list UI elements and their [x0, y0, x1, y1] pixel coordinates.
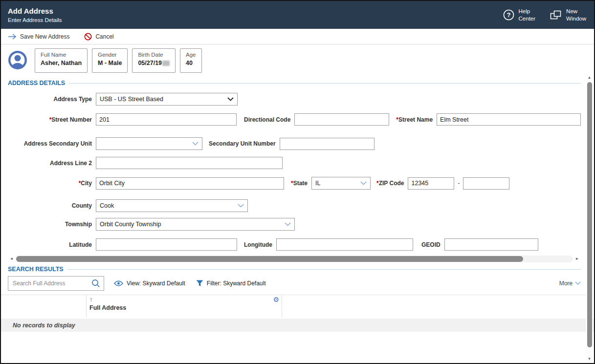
sort-ascending-icon: ↑ [89, 296, 279, 303]
address-details-section: ADDRESS DETAILS Address Type USB - US St… [1, 80, 594, 332]
svg-text:?: ? [507, 11, 510, 19]
longitude-input[interactable] [276, 238, 413, 251]
filter-label: Filter: Skyward Default [207, 280, 266, 287]
save-label: Save New Address [20, 33, 69, 40]
chevron-down-icon [285, 222, 291, 226]
chevron-down-icon [192, 142, 198, 146]
address-secondary-unit-label: Address Secondary Unit [8, 140, 92, 147]
address-type-select[interactable]: USB - US Street Based [96, 93, 238, 106]
action-toolbar: Save New Address Cancel [1, 29, 594, 44]
chevron-down-icon [575, 281, 581, 285]
empty-results-message: No records to display [1, 319, 594, 332]
geoid-label: GEOID [421, 241, 441, 248]
redacted-digits [162, 61, 170, 66]
latitude-input[interactable] [96, 238, 237, 251]
help-center-button[interactable]: ? Help Center [503, 8, 536, 22]
geoid-input[interactable] [444, 238, 538, 251]
search-results-toolbar: View: Skyward Default Filter: Skyward De… [1, 273, 594, 295]
address-details-header: ADDRESS DETAILS [8, 80, 581, 86]
view-selector[interactable]: View: Skyward Default [114, 280, 185, 287]
filter-funnel-icon [196, 280, 203, 287]
county-label: County [8, 202, 92, 209]
zip-plus4-input[interactable] [463, 177, 509, 190]
longitude-label: Longitude [244, 241, 272, 248]
person-field-birth-date: Birth Date 05/27/19 [132, 48, 176, 73]
cancel-icon [84, 33, 92, 41]
titlebar-actions: ? Help Center New Window [503, 8, 586, 22]
city-label: *City [8, 180, 92, 187]
page-title: Add Address [8, 7, 62, 15]
chevron-down-icon [238, 204, 244, 208]
page-subtitle: Enter Address Details [8, 17, 62, 23]
latitude-label: Latitude [8, 241, 92, 248]
horizontal-scroll-track[interactable] [16, 256, 573, 262]
new-window-icon [550, 10, 562, 20]
horizontal-scrollbar[interactable]: ◄ ► [8, 255, 581, 263]
township-label: Township [8, 221, 92, 228]
new-window-label: New Window [566, 8, 586, 22]
horizontal-scroll-thumb[interactable] [16, 256, 523, 262]
chevron-down-icon [227, 97, 234, 101]
gear-icon[interactable]: ⚙ [273, 296, 279, 303]
save-arrow-icon [8, 34, 17, 40]
help-icon: ? [503, 9, 514, 21]
state-label: *State [291, 180, 308, 187]
scroll-left-icon[interactable]: ◄ [8, 255, 15, 263]
cancel-button[interactable]: Cancel [84, 33, 113, 41]
title-group: Add Address Enter Address Details [8, 7, 62, 23]
address-type-label: Address Type [8, 96, 92, 103]
view-label: View: Skyward Default [127, 280, 185, 287]
zip-code-label: *ZIP Code [376, 180, 404, 187]
street-name-label: *Street Name [396, 116, 433, 123]
chevron-down-icon [360, 181, 367, 185]
person-field-full-name: Full Name Asher, Nathan [35, 48, 88, 73]
vertical-scroll-thumb[interactable] [587, 82, 592, 347]
scroll-up-icon[interactable]: ▲ [586, 75, 593, 80]
more-button[interactable]: More [559, 280, 581, 287]
address-line-2-input[interactable] [96, 157, 283, 169]
state-select[interactable]: IL [311, 177, 371, 190]
filter-selector[interactable]: Filter: Skyward Default [196, 280, 266, 287]
section-divider [67, 269, 581, 270]
secondary-unit-number-label: Secondary Unit Number [209, 140, 276, 147]
street-number-input[interactable] [96, 113, 237, 126]
more-label: More [559, 280, 573, 287]
directional-code-label: Directional Code [244, 116, 290, 123]
scroll-right-icon[interactable]: ► [573, 255, 581, 263]
zip-separator: - [458, 180, 460, 187]
city-input[interactable] [96, 177, 284, 190]
address-line-2-label: Address Line 2 [8, 160, 92, 167]
grid-column-full-address[interactable]: ↑ Full Address ⚙ [87, 295, 282, 318]
save-new-address-button[interactable]: Save New Address [8, 33, 69, 40]
eye-icon [114, 280, 123, 286]
address-secondary-unit-select[interactable] [96, 137, 202, 150]
search-input[interactable] [13, 280, 91, 287]
zip-code-input[interactable] [408, 177, 454, 190]
person-field-age: Age 40 [180, 48, 201, 73]
search-results-header: SEARCH RESULTS [8, 266, 581, 273]
person-avatar-icon [8, 50, 27, 70]
grid-header-row: ↑ Full Address ⚙ [8, 295, 581, 318]
person-field-gender: Gender M - Male [92, 48, 128, 73]
title-bar: Add Address Enter Address Details ? Help… [1, 1, 594, 29]
street-name-input[interactable] [437, 113, 581, 126]
column-header-label[interactable]: Full Address [89, 304, 126, 311]
street-number-label: *Street Number [8, 116, 92, 123]
add-address-window: Add Address Enter Address Details ? Help… [0, 0, 595, 364]
help-center-label: Help Center [519, 8, 536, 22]
cancel-label: Cancel [95, 33, 113, 40]
scroll-down-icon[interactable]: ▼ [586, 357, 593, 361]
search-box[interactable] [8, 276, 104, 291]
search-icon[interactable] [91, 279, 100, 288]
search-results-title: SEARCH RESULTS [8, 266, 64, 273]
county-select[interactable]: Cook [96, 199, 248, 212]
grid-selector-column [8, 295, 87, 318]
township-select[interactable]: Orbit County Township [96, 218, 295, 231]
new-window-button[interactable]: New Window [550, 8, 586, 22]
section-divider [69, 83, 581, 84]
person-summary: Full Name Asher, Nathan Gender M - Male … [1, 44, 594, 73]
vertical-scrollbar[interactable]: ▲ ▼ [586, 74, 593, 362]
secondary-unit-number-input[interactable] [280, 138, 375, 150]
address-details-title: ADDRESS DETAILS [8, 80, 65, 86]
directional-code-input[interactable] [294, 113, 389, 126]
